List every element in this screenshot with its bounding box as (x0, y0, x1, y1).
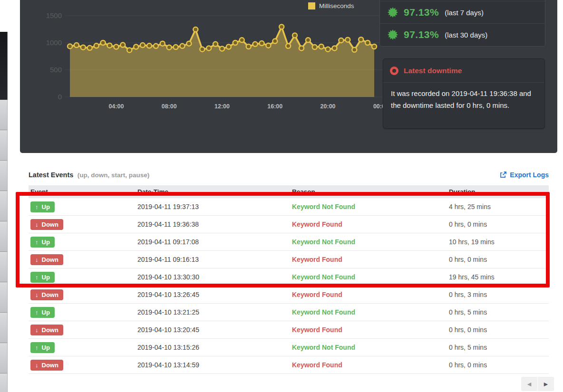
table-row: ↑ Up 2019-04-11 09:17:08 Keyword Not Fou… (29, 233, 549, 251)
sidebar-strip-items (0, 100, 8, 392)
legend-label: Milliseconds (319, 2, 354, 10)
event-arrow-icon: ↓ (35, 362, 39, 369)
event-datetime: 2019-04-11 19:36:38 (136, 220, 290, 228)
event-arrow-icon: ↑ (35, 309, 39, 316)
svg-text:20:00: 20:00 (320, 103, 336, 110)
table-row: ↑ Up 2019-04-10 13:15:26 Keyword Not Fou… (29, 339, 549, 356)
sidebar-item[interactable] (0, 313, 8, 343)
event-arrow-icon: ↑ (35, 203, 39, 210)
column-header-reason: Reason (290, 188, 447, 195)
event-status-badge[interactable]: ↓ Down (30, 325, 63, 335)
events-table-header-row: Event Date-Time Reason Duration (29, 185, 549, 198)
uptime-label-30d: (last 30 days) (445, 31, 487, 39)
sidebar-item[interactable] (0, 373, 8, 392)
chart-legend: Milliseconds (308, 2, 354, 10)
event-duration: 0 hrs, 5 mins (447, 344, 549, 351)
pagination: ◀ ▶ (20, 377, 554, 391)
event-badge-label: Up (42, 274, 50, 281)
legend-swatch-milliseconds-icon (308, 2, 315, 10)
event-datetime: 2019-04-10 13:14:59 (136, 361, 290, 369)
event-status-badge[interactable]: ↑ Up (30, 237, 55, 248)
event-status-badge[interactable]: ↓ Down (30, 219, 63, 230)
event-status-badge[interactable]: ↑ Up (30, 272, 55, 283)
event-duration: 0 hrs, 0 mins (447, 256, 549, 263)
event-reason: Keyword Not Found (290, 273, 447, 281)
event-status-badge[interactable]: ↑ Up (30, 201, 55, 212)
table-row: ↑ Up 2019-04-10 13:30:30 Keyword Not Fou… (29, 268, 549, 286)
event-reason: Keyword Found (290, 361, 447, 369)
latest-downtime-title: Latest downtime (404, 67, 462, 75)
event-badge-label: Down (42, 256, 58, 263)
uptime-row-7-days: 97.13% (last 7 days) (380, 1, 545, 23)
column-header-event: Event (29, 188, 136, 195)
event-duration: 0 hrs, 0 mins (447, 326, 549, 334)
uptime-value-30d: 97.13% (404, 29, 439, 40)
latest-downtime-card: Latest downtime It was recorded on 2019-… (383, 58, 545, 129)
event-duration: 0 hrs, 0 mins (447, 361, 549, 369)
event-datetime: 2019-04-10 13:30:30 (136, 273, 290, 281)
event-status-badge[interactable]: ↑ Up (30, 342, 55, 353)
sidebar-fragment (0, 0, 8, 392)
event-duration: 19 hrs, 45 mins (447, 273, 549, 281)
sidebar-item[interactable] (0, 191, 8, 221)
downtime-record-icon (390, 67, 398, 75)
svg-text:1000: 1000 (46, 38, 62, 47)
uptime-value-7d: 97.13% (404, 7, 439, 18)
events-table-body: ↑ Up 2019-04-11 19:37:13 Keyword Not Fou… (29, 198, 549, 374)
export-logs-label: Export Logs (510, 171, 549, 179)
event-arrow-icon: ↑ (35, 274, 39, 281)
event-badge-label: Down (42, 362, 58, 369)
latest-events-title: Latest Events (29, 171, 73, 179)
svg-text:12:00: 12:00 (214, 103, 230, 110)
sidebar-item[interactable] (0, 130, 8, 161)
sidebar-item[interactable] (0, 161, 8, 191)
event-reason: Keyword Not Found (290, 238, 447, 246)
svg-text:0: 0 (58, 93, 62, 101)
event-status-badge[interactable]: ↑ Up (30, 307, 55, 318)
previous-page-button[interactable]: ◀ (521, 377, 537, 391)
event-duration: 0 hrs, 0 mins (447, 220, 549, 228)
event-badge-label: Down (42, 291, 58, 298)
latest-downtime-header: Latest downtime (383, 59, 544, 83)
sidebar-item[interactable] (0, 100, 8, 130)
event-datetime: 2019-04-11 09:16:13 (136, 256, 290, 263)
event-datetime: 2019-04-10 13:20:45 (136, 326, 290, 334)
svg-text:1500: 1500 (46, 11, 62, 19)
event-arrow-icon: ↓ (35, 326, 39, 334)
event-status-badge[interactable]: ↓ Down (30, 360, 63, 371)
event-badge-label: Down (42, 221, 58, 228)
event-reason: Keyword Found (290, 220, 447, 228)
event-reason: Keyword Found (290, 291, 447, 298)
monitor-panel: 05001000150004:0008:0012:0016:0020:0000:… (20, 0, 557, 153)
sidebar-item[interactable] (0, 343, 8, 373)
uptime-burst-icon (388, 7, 398, 18)
uptime-panel: 97.13% (last 7 days) 97.13% (last 30 day… (379, 0, 545, 47)
svg-text:08:00: 08:00 (162, 103, 177, 110)
column-header-datetime: Date-Time (136, 188, 290, 195)
event-datetime: 2019-04-10 13:21:25 (136, 308, 290, 316)
event-badge-label: Up (42, 344, 50, 351)
event-datetime: 2019-04-10 13:15:26 (136, 344, 290, 351)
sidebar-item[interactable] (0, 282, 8, 313)
next-page-button[interactable]: ▶ (538, 377, 554, 391)
sidebar-item[interactable] (0, 221, 8, 252)
table-row: ↓ Down 2019-04-10 13:20:45 Keyword Found… (29, 321, 549, 339)
response-time-chart: 05001000150004:0008:0012:0016:0020:0000:… (20, 0, 400, 114)
latest-events-section: Latest Events (up, down, start, pause) E… (20, 162, 557, 391)
table-row: ↑ Up 2019-04-11 19:37:13 Keyword Not Fou… (29, 198, 549, 216)
event-status-badge[interactable]: ↓ Down (30, 289, 63, 300)
svg-text:04:00: 04:00 (108, 103, 124, 110)
event-arrow-icon: ↓ (35, 221, 39, 228)
event-reason: Keyword Not Found (290, 203, 447, 210)
export-icon (500, 171, 507, 178)
event-reason: Keyword Not Found (290, 308, 447, 316)
sidebar-selected-item[interactable] (0, 32, 8, 100)
event-status-badge[interactable]: ↓ Down (30, 254, 63, 265)
event-datetime: 2019-04-11 19:37:13 (136, 203, 290, 210)
event-reason: Keyword Found (290, 256, 447, 263)
event-badge-label: Down (42, 326, 58, 334)
sidebar-item[interactable] (0, 252, 8, 282)
export-logs-link[interactable]: Export Logs (500, 171, 549, 179)
uptime-row-30-days: 97.13% (last 30 days) (380, 23, 545, 46)
event-datetime: 2019-04-10 13:26:45 (136, 291, 290, 298)
